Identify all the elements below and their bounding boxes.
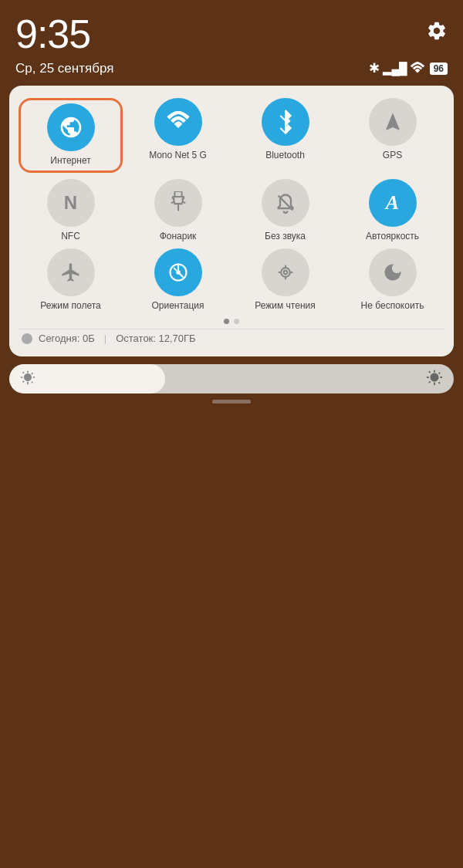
data-dot-icon [22, 333, 32, 344]
reading-label: Режим чтения [255, 300, 315, 311]
orientation-label: Ориентация [151, 300, 204, 311]
brightness-high-icon [426, 369, 443, 390]
settings-icon[interactable] [426, 20, 448, 47]
status-bar: 9:35 [0, 0, 463, 60]
data-today: Сегодня: 0Б [39, 333, 95, 344]
svg-line-5 [171, 202, 173, 203]
bluetooth-qs-icon-circle [262, 98, 309, 146]
clock-display: 9:35 [15, 14, 90, 54]
dnd-label: Не беспокоить [361, 300, 424, 311]
flashlight-icon-circle [154, 179, 202, 227]
dot-2[interactable] [234, 319, 239, 324]
qs-item-auto-brightness[interactable]: A Автояркость [340, 179, 444, 241]
nfc-label: NFC [61, 231, 80, 241]
qs-item-flashlight[interactable]: Фонарик [126, 179, 230, 241]
silent-label: Без звука [265, 231, 306, 241]
wifi-label: Mono Net 5 G [149, 150, 207, 160]
auto-brightness-label: Автояркость [366, 231, 419, 241]
handle-bar[interactable] [212, 400, 251, 404]
bluetooth-status-icon: ✱ [369, 60, 380, 76]
quick-settings-grid: Интернет Mono Net 5 G [19, 98, 444, 311]
qs-item-bluetooth[interactable]: Bluetooth [233, 98, 337, 173]
qs-item-internet[interactable]: Интернет [19, 98, 123, 173]
date-display: Ср, 25 сентября [15, 61, 113, 76]
wifi-icon [410, 61, 425, 76]
wifi-qs-icon-circle [154, 98, 202, 146]
bottom-handle [0, 400, 463, 404]
auto-brightness-icon-circle: A [369, 179, 417, 227]
qs-item-reading[interactable]: Режим чтения [233, 248, 337, 311]
status-icons: ✱ ▂▄█ 96 [369, 60, 448, 76]
qs-item-nfc[interactable]: N NFC [19, 179, 123, 241]
svg-line-6 [182, 202, 184, 203]
flashlight-label: Фонарик [160, 231, 197, 241]
svg-point-10 [281, 268, 290, 277]
dot-1[interactable] [224, 319, 229, 324]
bluetooth-label: Bluetooth [265, 150, 305, 160]
orientation-icon-circle [154, 248, 202, 296]
qs-item-orientation[interactable]: Ориентация [126, 248, 230, 311]
qs-item-wifi[interactable]: Mono Net 5 G [126, 98, 230, 173]
signal-icon: ▂▄█ [383, 62, 406, 76]
nfc-icon-circle: N [47, 179, 95, 227]
svg-line-3 [171, 198, 174, 199]
svg-point-11 [283, 270, 287, 274]
qs-item-airplane[interactable]: Режим полета [19, 248, 123, 311]
battery-level: 96 [430, 62, 448, 75]
page-dots [19, 319, 444, 324]
data-remaining: Остаток: 12,70ГБ [116, 333, 195, 344]
internet-label: Интернет [50, 155, 90, 166]
svg-line-4 [181, 198, 184, 199]
reading-icon-circle [262, 248, 309, 296]
brightness-low-icon [20, 370, 35, 389]
dnd-icon-circle [369, 248, 417, 296]
quick-settings-panel: Интернет Mono Net 5 G [9, 86, 454, 356]
data-separator: | [104, 333, 106, 344]
airplane-icon-circle [47, 248, 95, 296]
svg-point-9 [177, 271, 180, 274]
internet-icon-circle [47, 103, 95, 151]
data-usage-row: Сегодня: 0Б | Остаток: 12,70ГБ [19, 329, 444, 347]
silent-icon-circle [262, 179, 309, 227]
airplane-label: Режим полета [40, 300, 101, 311]
qs-item-silent[interactable]: Без звука [233, 179, 337, 241]
svg-rect-1 [174, 191, 181, 197]
gps-icon-circle [369, 98, 417, 146]
gps-label: GPS [383, 150, 402, 160]
qs-item-dnd[interactable]: Не беспокоить [340, 248, 444, 311]
brightness-slider[interactable] [9, 364, 454, 393]
qs-item-gps[interactable]: GPS [340, 98, 444, 173]
date-row: Ср, 25 сентября ✱ ▂▄█ 96 [0, 60, 463, 86]
